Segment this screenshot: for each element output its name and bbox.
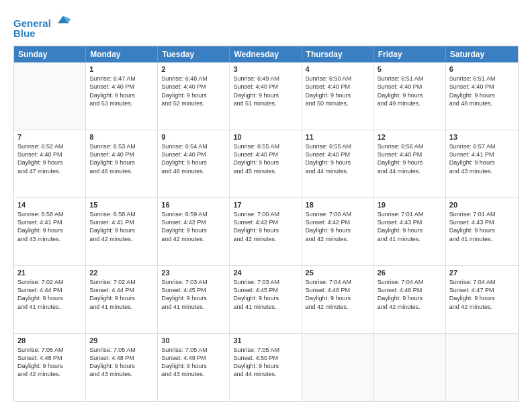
calendar-cell: 9Sunrise: 6:54 AMSunset: 4:40 PMDaylight… — [158, 130, 230, 197]
daylight-value: and 42 minutes. — [306, 303, 370, 311]
daylight-value: and 49 minutes. — [378, 99, 442, 107]
day-number: 9 — [161, 133, 226, 141]
daylight-value: and 41 minutes. — [89, 303, 154, 311]
day-number: 24 — [233, 269, 298, 277]
day-number: 30 — [161, 336, 226, 345]
daylight-value: and 41 minutes. — [378, 235, 442, 243]
day-number: 21 — [17, 269, 82, 277]
sunset-line: Sunset: 4:40 PM — [17, 150, 82, 158]
sunrise-line: Sunrise: 6:53 AM — [89, 142, 154, 150]
day-number: 10 — [233, 133, 298, 141]
day-number: 6 — [449, 65, 515, 73]
daylight-value: and 42 minutes. — [306, 235, 370, 243]
day-number: 31 — [233, 336, 298, 345]
day-number: 19 — [378, 201, 442, 209]
calendar-row-1: 7Sunrise: 6:52 AMSunset: 4:40 PMDaylight… — [14, 130, 518, 197]
sunrise-line: Sunrise: 6:59 AM — [161, 210, 226, 218]
daylight-value: and 43 minutes. — [17, 235, 82, 243]
daylight-label: Daylight: 9 hours — [306, 294, 370, 302]
daylight-value: and 45 minutes. — [233, 167, 298, 175]
sunset-line: Sunset: 4:41 PM — [89, 218, 154, 226]
sunrise-line: Sunrise: 7:05 AM — [161, 346, 226, 354]
day-number: 11 — [306, 133, 370, 141]
daylight-label: Daylight: 9 hours — [306, 226, 370, 234]
calendar-cell: 6Sunrise: 6:51 AMSunset: 4:40 PMDaylight… — [446, 62, 518, 130]
daylight-label: Daylight: 9 hours — [233, 226, 298, 234]
sunset-line: Sunset: 4:48 PM — [17, 354, 82, 362]
sunset-line: Sunset: 4:41 PM — [17, 218, 82, 226]
daylight-label: Daylight: 9 hours — [306, 158, 370, 167]
sunrise-line: Sunrise: 6:48 AM — [161, 75, 226, 83]
calendar-cell: 21Sunrise: 7:02 AMSunset: 4:44 PMDayligh… — [14, 266, 86, 333]
daylight-value: and 53 minutes. — [89, 99, 154, 107]
daylight-label: Daylight: 9 hours — [378, 91, 442, 99]
calendar-cell — [446, 334, 518, 401]
page: General Blue SundayMondayTuesdayWednesda… — [0, 0, 532, 411]
daylight-label: Daylight: 9 hours — [89, 91, 154, 99]
day-number: 27 — [449, 269, 515, 277]
calendar-row-2: 14Sunrise: 6:58 AMSunset: 4:41 PMDayligh… — [14, 197, 518, 265]
sunrise-line: Sunrise: 7:05 AM — [17, 346, 82, 354]
daylight-value: and 42 minutes. — [233, 235, 298, 243]
daylight-label: Daylight: 9 hours — [17, 158, 82, 167]
sunset-line: Sunset: 4:44 PM — [89, 286, 154, 294]
calendar-cell — [302, 334, 374, 401]
daylight-value: and 42 minutes. — [17, 370, 82, 378]
sunset-line: Sunset: 4:40 PM — [161, 150, 226, 158]
daylight-label: Daylight: 9 hours — [89, 226, 154, 234]
sunset-line: Sunset: 4:40 PM — [89, 150, 154, 158]
day-number: 8 — [89, 133, 154, 141]
daylight-value: and 47 minutes. — [17, 167, 82, 175]
calendar-cell: 18Sunrise: 7:00 AMSunset: 4:42 PMDayligh… — [302, 198, 374, 265]
daylight-label: Daylight: 9 hours — [233, 158, 298, 167]
calendar-cell: 2Sunrise: 6:48 AMSunset: 4:40 PMDaylight… — [158, 62, 230, 130]
header-day-monday: Monday — [86, 46, 158, 62]
calendar-cell: 14Sunrise: 6:58 AMSunset: 4:41 PMDayligh… — [14, 198, 86, 265]
daylight-value: and 41 minutes. — [17, 303, 82, 311]
calendar-cell: 17Sunrise: 7:00 AMSunset: 4:42 PMDayligh… — [230, 198, 302, 265]
calendar-cell: 29Sunrise: 7:05 AMSunset: 4:48 PMDayligh… — [86, 334, 158, 401]
header-day-wednesday: Wednesday — [230, 46, 302, 62]
daylight-label: Daylight: 9 hours — [233, 362, 298, 370]
daylight-value: and 41 minutes. — [233, 303, 298, 311]
sunrise-line: Sunrise: 7:00 AM — [233, 210, 298, 218]
daylight-value: and 42 minutes. — [449, 303, 515, 311]
sunrise-line: Sunrise: 6:54 AM — [161, 142, 226, 150]
logo: General Blue — [13, 12, 71, 39]
sunrise-line: Sunrise: 6:58 AM — [89, 210, 154, 218]
sunset-line: Sunset: 4:40 PM — [89, 83, 154, 91]
day-number: 25 — [306, 269, 370, 277]
day-number: 3 — [233, 65, 298, 73]
daylight-label: Daylight: 9 hours — [449, 158, 515, 167]
sunrise-line: Sunrise: 6:55 AM — [306, 142, 370, 150]
calendar-header: SundayMondayTuesdayWednesdayThursdayFrid… — [14, 46, 518, 62]
sunset-line: Sunset: 4:40 PM — [378, 83, 442, 91]
daylight-label: Daylight: 9 hours — [233, 91, 298, 99]
calendar-cell: 26Sunrise: 7:04 AMSunset: 4:46 PMDayligh… — [374, 266, 446, 333]
sunrise-line: Sunrise: 6:49 AM — [233, 75, 298, 83]
daylight-label: Daylight: 9 hours — [161, 158, 226, 167]
sunrise-line: Sunrise: 6:58 AM — [17, 210, 82, 218]
sunset-line: Sunset: 4:44 PM — [17, 286, 82, 294]
calendar-cell: 4Sunrise: 6:50 AMSunset: 4:40 PMDaylight… — [302, 62, 374, 130]
daylight-label: Daylight: 9 hours — [89, 362, 154, 370]
day-number: 20 — [449, 201, 515, 209]
daylight-label: Daylight: 9 hours — [449, 226, 515, 234]
sunset-line: Sunset: 4:46 PM — [306, 286, 370, 294]
sunrise-line: Sunrise: 7:02 AM — [17, 278, 82, 286]
daylight-label: Daylight: 9 hours — [17, 294, 82, 302]
daylight-value: and 46 minutes. — [89, 167, 154, 175]
sunrise-line: Sunrise: 6:47 AM — [89, 75, 154, 83]
daylight-label: Daylight: 9 hours — [449, 294, 515, 302]
daylight-value: and 42 minutes. — [378, 303, 442, 311]
daylight-value: and 46 minutes. — [161, 167, 226, 175]
sunrise-line: Sunrise: 7:01 AM — [449, 210, 515, 218]
header: General Blue — [13, 12, 519, 39]
daylight-label: Daylight: 9 hours — [449, 91, 515, 99]
calendar-cell: 27Sunrise: 7:04 AMSunset: 4:47 PMDayligh… — [446, 266, 518, 333]
sunset-line: Sunset: 4:48 PM — [89, 354, 154, 362]
sunset-line: Sunset: 4:40 PM — [306, 150, 370, 158]
daylight-value: and 52 minutes. — [161, 99, 226, 107]
daylight-value: and 48 minutes. — [449, 99, 515, 107]
day-number: 12 — [378, 133, 442, 141]
